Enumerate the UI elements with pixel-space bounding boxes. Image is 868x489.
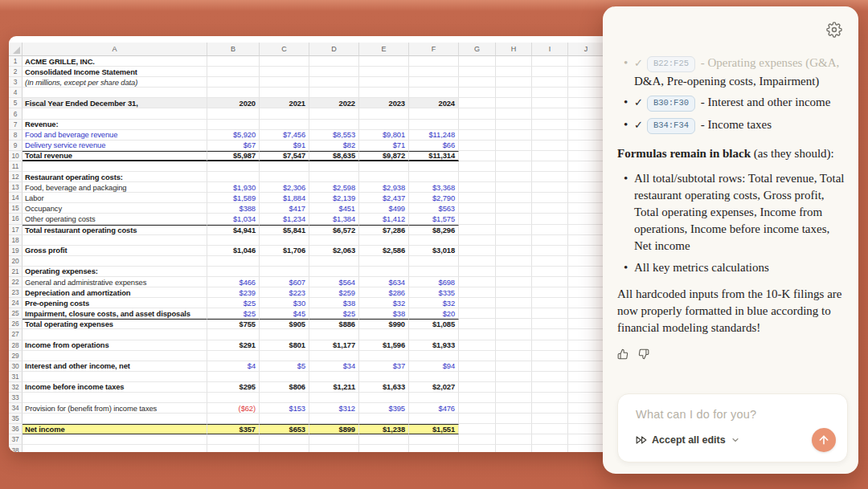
cell-C9[interactable]: $91 [260,141,309,151]
cell-B3[interactable] [207,77,260,88]
cell-G2[interactable] [459,67,496,77]
cell-J17[interactable] [568,225,604,235]
cell-E26[interactable]: $990 [359,319,409,329]
cell-A38[interactable] [23,445,207,452]
cell-B11[interactable] [207,161,260,172]
cell-F22[interactable]: $698 [409,277,459,287]
cell-H9[interactable] [496,141,532,151]
cell-B36[interactable]: $357 [207,424,260,434]
cell-I27[interactable] [532,329,568,340]
cell-D22[interactable]: $564 [309,277,359,287]
cell-range-chip[interactable]: B30:F30 [647,96,695,112]
cell-H25[interactable] [496,308,532,319]
cell-B4[interactable] [207,88,260,98]
cell-A37[interactable] [23,434,207,445]
cell-B10[interactable]: $5,987 [207,151,260,161]
cell-F25[interactable]: $20 [409,308,459,319]
cell-G15[interactable] [459,203,496,214]
row-header-10[interactable]: 10 [9,151,23,161]
row-header-28[interactable]: 28 [9,340,23,351]
cell-J23[interactable] [568,287,604,298]
cell-G12[interactable] [459,172,496,182]
col-header-D[interactable]: D [309,43,359,56]
cell-H6[interactable] [496,108,532,119]
cell-A4[interactable] [23,88,207,98]
cell-D1[interactable] [309,56,359,67]
col-header-A[interactable]: A [23,43,207,56]
cell-range-chip[interactable]: B34:F34 [647,118,695,134]
cell-I21[interactable] [532,267,568,277]
cell-B35[interactable] [207,414,260,424]
cell-D15[interactable]: $451 [309,203,359,214]
cell-A17[interactable]: Total restaurant operating costs [23,225,207,235]
cell-F21[interactable] [409,267,459,277]
cell-B13[interactable]: $1,930 [207,182,260,193]
row-header-21[interactable]: 21 [9,267,23,277]
cell-J9[interactable] [568,141,604,151]
cell-I19[interactable] [532,246,568,256]
cell-F26[interactable]: $1,085 [409,319,459,329]
cell-D36[interactable]: $899 [309,424,359,434]
cell-D8[interactable]: $8,553 [309,130,359,141]
cell-G27[interactable] [459,329,496,340]
cell-A8[interactable]: Food and beverage revenue [23,130,207,141]
cell-J24[interactable] [568,298,604,308]
cell-J34[interactable] [568,403,604,414]
cell-F31[interactable] [409,372,459,382]
row-header-37[interactable]: 37 [9,434,23,445]
cell-J29[interactable] [568,351,604,361]
cell-G37[interactable] [459,434,496,445]
chat-input[interactable]: What can I do for you? [636,408,836,421]
cell-H29[interactable] [496,351,532,361]
cell-I6[interactable] [532,108,568,119]
cell-I34[interactable] [532,403,568,414]
cell-A14[interactable]: Labor [23,193,207,203]
cell-I17[interactable] [532,225,568,235]
cell-G3[interactable] [459,77,496,88]
cell-G26[interactable] [459,319,496,329]
cell-B21[interactable] [207,267,260,277]
cell-I10[interactable] [532,151,568,161]
cell-H1[interactable] [496,56,532,67]
cell-G13[interactable] [459,182,496,193]
cell-J6[interactable] [568,108,604,119]
cell-D2[interactable] [309,67,359,77]
cell-J38[interactable] [568,445,604,452]
cell-A10[interactable]: Total revenue [23,151,207,161]
cell-D20[interactable] [309,256,359,267]
cell-J36[interactable] [568,424,604,434]
cell-F30[interactable]: $94 [409,361,459,372]
cell-E30[interactable]: $37 [359,361,409,372]
cell-B22[interactable]: $466 [207,277,260,287]
cell-D3[interactable] [309,77,359,88]
cell-E19[interactable]: $2,586 [359,246,409,256]
cell-C15[interactable]: $417 [260,203,309,214]
cell-E14[interactable]: $2,437 [359,193,409,203]
cell-I7[interactable] [532,120,568,130]
cell-C10[interactable]: $7,547 [260,151,309,161]
cell-A34[interactable]: Provision for (benefit from) income taxe… [23,403,207,414]
cell-J25[interactable] [568,308,604,319]
row-header-23[interactable]: 23 [9,287,23,298]
cell-F7[interactable] [409,120,459,130]
cell-E38[interactable] [359,445,409,452]
cell-I5[interactable] [532,98,568,108]
cell-G16[interactable] [459,214,496,224]
cell-F36[interactable]: $1,551 [409,424,459,434]
cell-H8[interactable] [496,130,532,141]
cell-D11[interactable] [309,161,359,172]
cell-H24[interactable] [496,298,532,308]
cell-J18[interactable] [568,235,604,246]
cell-A24[interactable]: Pre-opening costs [23,298,207,308]
cell-G9[interactable] [459,141,496,151]
cell-A7[interactable]: Revenue: [23,120,207,130]
cell-H30[interactable] [496,361,532,372]
cell-D19[interactable]: $2,063 [309,246,359,256]
cell-C16[interactable]: $1,234 [260,214,309,224]
cell-B9[interactable]: $67 [207,141,260,151]
cell-G34[interactable] [459,403,496,414]
cell-G1[interactable] [459,56,496,67]
cell-D7[interactable] [309,120,359,130]
cell-B24[interactable]: $25 [207,298,260,308]
cell-H31[interactable] [496,372,532,382]
